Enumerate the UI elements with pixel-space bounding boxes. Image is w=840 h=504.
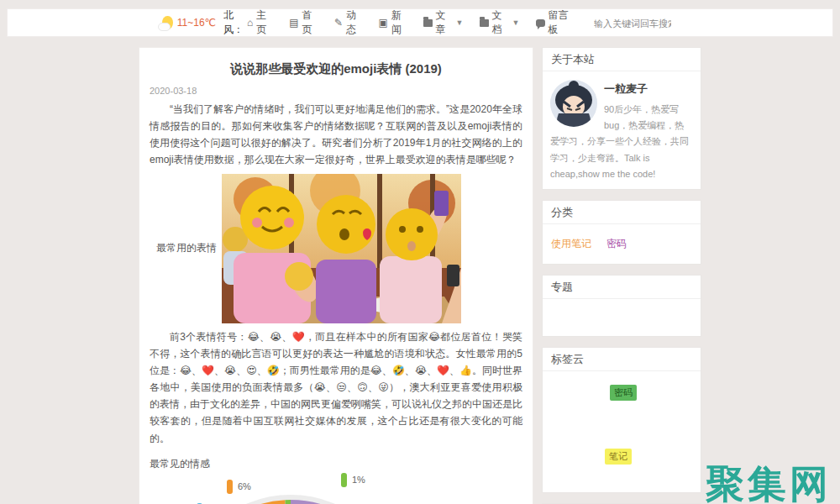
- topics-card: 专题: [542, 275, 701, 337]
- tag-notes[interactable]: 笔记: [605, 449, 632, 465]
- nav-item-news[interactable]: ▣ 新闻: [379, 8, 407, 37]
- chart-percent-label: 1%: [341, 473, 365, 487]
- topics-title: 专题: [543, 276, 701, 299]
- article-title: 说说那些最受欢迎的emoji表情 (2019): [150, 61, 522, 77]
- weather-widget: 11~16℃ 北风：: [162, 8, 247, 37]
- comment-icon: [536, 19, 544, 27]
- chevron-down-icon: ▼: [512, 18, 520, 27]
- folder-icon: [423, 19, 432, 27]
- nav-item-activity[interactable]: ✎ 动态: [334, 8, 362, 37]
- tagcloud-card: 标签云 密码 笔记: [542, 347, 701, 493]
- nav-label: 文档: [492, 8, 508, 37]
- home-icon: ⌂: [247, 17, 253, 29]
- about-title: 关于本站: [543, 48, 701, 71]
- article-photo-emoji-masks: [222, 174, 461, 323]
- nav-label: 动态: [346, 8, 362, 37]
- nav-item-docs[interactable]: 文档 ▼: [480, 8, 519, 37]
- weather-temperature: 11~16℃: [177, 17, 216, 29]
- nav-label: 留言板: [549, 8, 574, 37]
- nav-item-home[interactable]: ⌂ 主页: [247, 8, 272, 37]
- weather-wind: 北风：: [223, 8, 247, 37]
- article-paragraph-1: “当我们了解客户的情绪时，我们可以更好地满足他们的需求。”这是2020年全球情感…: [150, 101, 522, 169]
- tagcloud-title: 标签云: [543, 348, 701, 371]
- emotion-donut-chart: 11%7%6%1% JoySadnessAnger: [150, 473, 522, 504]
- site-watermark: 聚集网: [706, 459, 832, 504]
- nav-item-guestbook[interactable]: 留言板: [536, 8, 574, 37]
- category-link-usage-notes[interactable]: 使用笔记: [551, 237, 591, 251]
- categories-card: 分类 使用笔记 密码: [542, 200, 701, 265]
- chevron-down-icon: ▼: [455, 18, 463, 27]
- site-logo[interactable]: [19, 13, 162, 33]
- folder-icon: [480, 19, 488, 27]
- avatar: [550, 80, 597, 127]
- pages-icon: ▤: [289, 17, 298, 29]
- pen-icon: ✎: [334, 17, 343, 29]
- categories-title: 分类: [543, 201, 701, 224]
- article-paragraph-2: 前3个表情符号：😂、😭、❤️，而且在样本中的所有国家😂都位居首位！哭笑不得，这个…: [150, 328, 522, 447]
- sun-cloud-icon: [162, 16, 172, 29]
- image-caption: 最常用的表情: [156, 241, 217, 255]
- sidebar: 关于本站 一粒麦子 90后少年，热爱写bug，热爱编程，热爱学习，分享一些个人经…: [542, 47, 701, 504]
- nav-label: 文章: [436, 8, 452, 37]
- nav-item-frontpage[interactable]: ▤ 首页: [289, 8, 318, 37]
- search-input[interactable]: [594, 18, 671, 29]
- news-icon: ▣: [379, 17, 388, 29]
- chart-percent-label: 6%: [227, 480, 251, 494]
- category-link-password[interactable]: 密码: [606, 237, 627, 251]
- main-nav: ⌂ 主页 ▤ 首页 ✎ 动态 ▣ 新闻 文章 ▼ 文档 ▼ 留言板: [247, 8, 574, 37]
- nav-label: 主页: [256, 8, 272, 37]
- emotion-donut-svg: [150, 473, 522, 504]
- about-card: 关于本站 一粒麦子 90后少年，热爱写bug，热爱编程，热爱学习，分享一些个人经…: [542, 47, 701, 190]
- nav-label: 新闻: [391, 8, 407, 37]
- search-box: [594, 15, 671, 30]
- article-date: 2020-03-18: [150, 86, 522, 96]
- article-subheading: 最常见的情感: [150, 457, 522, 471]
- article-card: 说说那些最受欢迎的emoji表情 (2019) 2020-03-18 “当我们了…: [139, 47, 533, 504]
- tag-password[interactable]: 密码: [610, 385, 637, 401]
- nav-label: 首页: [302, 8, 318, 37]
- top-navigation-bar: 11~16℃ 北风： ⌂ 主页 ▤ 首页 ✎ 动态 ▣ 新闻 文章 ▼ 文档 ▼: [7, 8, 833, 37]
- nav-item-articles[interactable]: 文章 ▼: [423, 8, 463, 37]
